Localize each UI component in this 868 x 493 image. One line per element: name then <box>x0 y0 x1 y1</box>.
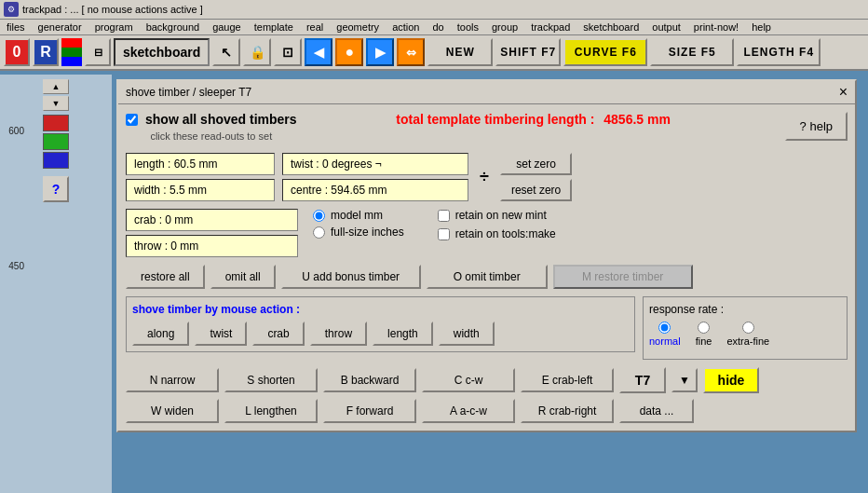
radio-col: model mm full-size inches <box>313 209 404 257</box>
btn-0[interactable]: 0 <box>4 38 30 66</box>
response-extra-fine-input[interactable] <box>742 322 754 334</box>
kbd-arrow-down-btn[interactable]: ▼ <box>671 368 698 392</box>
menu-template[interactable]: template <box>251 21 296 34</box>
kbd-l-lengthen-btn[interactable]: L lengthen <box>224 399 318 423</box>
menu-do[interactable]: do <box>429 21 446 34</box>
crab-field[interactable]: crab : 0 mm <box>126 209 298 231</box>
menu-geometry[interactable]: geometry <box>333 21 382 34</box>
menu-files[interactable]: files <box>4 21 28 34</box>
kbd-w-widen-btn[interactable]: W widen <box>126 399 219 423</box>
options-row: crab : 0 mm throw : 0 mm model mm full-s… <box>126 209 848 257</box>
response-fine-input[interactable] <box>698 322 710 334</box>
kbd-e-crableft-btn[interactable]: E crab-left <box>521 368 614 392</box>
shove-width-btn[interactable]: width <box>439 322 495 346</box>
check-retain-tools-make-input[interactable] <box>438 228 450 240</box>
kbd-t7-btn[interactable]: T7 <box>619 367 666 393</box>
u-add-btn[interactable]: U add bonus timber <box>281 265 421 289</box>
check-col: retain on new mint retain on tools:make <box>438 209 556 257</box>
menu-real[interactable]: real <box>304 21 326 34</box>
kbd-f-forward-btn[interactable]: F forward <box>323 399 416 423</box>
show-all-checkbox[interactable] <box>126 114 138 126</box>
left-fields: length : 60.5 mm width : 5.5 mm <box>126 153 275 201</box>
shift-f7-btn[interactable]: SHIFT F7 <box>495 38 561 66</box>
kbd-hide-btn[interactable]: hide <box>703 367 759 393</box>
back-btn[interactable]: ◀ <box>305 38 332 66</box>
menu-print-now[interactable]: print-now! <box>691 21 741 34</box>
question-btn[interactable]: ? <box>43 176 69 202</box>
kbd-row-2: W widen L lengthen F forward A a-c-w R c… <box>126 399 848 423</box>
menu-sketchboard[interactable]: sketchboard <box>580 21 642 34</box>
kbd-section: N narrow S shorten B backward C c-w E cr… <box>126 367 848 423</box>
check-retain-new-mint-input[interactable] <box>438 210 450 222</box>
crab-throw-area: crab : 0 mm throw : 0 mm <box>126 209 298 257</box>
kbd-row-1: N narrow S shorten B backward C c-w E cr… <box>126 367 848 393</box>
shove-btns: along twist crab throw length width <box>132 322 629 346</box>
menu-gauge[interactable]: gauge <box>210 21 244 34</box>
kbd-n-narrow-btn[interactable]: N narrow <box>126 368 219 392</box>
split-btn[interactable]: ⇔ <box>397 38 425 66</box>
btn-r[interactable]: R <box>33 38 59 66</box>
menu-background[interactable]: background <box>143 21 203 34</box>
curve-f6-btn[interactable]: CURVE F6 <box>563 38 647 66</box>
help-btn[interactable]: ? help <box>785 112 848 141</box>
color-green-btn[interactable] <box>43 133 69 150</box>
shove-twist-btn[interactable]: twist <box>195 322 247 346</box>
btn-screen[interactable]: ⊟ <box>85 38 111 66</box>
kbd-a-acw-btn[interactable]: A a-c-w <box>422 399 515 423</box>
dialog-close-btn[interactable]: × <box>839 84 848 101</box>
shove-along-btn[interactable]: along <box>132 322 189 346</box>
title-text: trackpad : ... [ no mouse actions active… <box>22 4 203 15</box>
kbd-b-backward-btn[interactable]: B backward <box>323 368 416 392</box>
length-f4-btn[interactable]: LENGTH F4 <box>737 38 821 66</box>
menu-bar: files generator program background gauge… <box>0 20 868 35</box>
radio-model-mm-input[interactable] <box>313 210 325 222</box>
color-blue-btn[interactable] <box>43 152 69 169</box>
new-btn[interactable]: NEW <box>427 38 493 66</box>
dialog-body: show all shoved timbers click these read… <box>118 104 855 431</box>
lock-btn[interactable]: 🔒 <box>243 38 271 66</box>
o-omit-btn[interactable]: O omit timber <box>427 265 548 289</box>
menu-output[interactable]: output <box>649 21 684 34</box>
kbd-r-crabright-btn[interactable]: R crab-right <box>521 399 614 423</box>
reset-zero-btn[interactable]: reset zero <box>500 179 572 201</box>
shove-crab-btn[interactable]: crab <box>252 322 304 346</box>
centre-field[interactable]: centre : 594.65 mm <box>282 179 468 201</box>
menu-trackpad[interactable]: trackpad <box>528 21 573 34</box>
menu-group[interactable]: group <box>489 21 521 34</box>
twist-field[interactable]: twist : 0 degrees ¬ <box>282 153 468 175</box>
menu-tools[interactable]: tools <box>454 21 481 34</box>
m-restore-btn[interactable]: M restore timber <box>553 265 693 289</box>
kbd-data-btn[interactable]: data ... <box>619 399 694 423</box>
menu-action[interactable]: action <box>389 21 422 34</box>
flag-icon[interactable] <box>61 38 82 66</box>
set-zero-btn[interactable]: set zero <box>500 153 572 175</box>
mini-up-btn[interactable]: ▲ <box>43 79 69 94</box>
box-btn[interactable]: ⊡ <box>274 38 302 66</box>
throw-field[interactable]: throw : 0 mm <box>126 235 298 257</box>
shove-throw-btn[interactable]: throw <box>310 322 367 346</box>
width-field[interactable]: width : 5.5 mm <box>126 179 275 201</box>
color-red-btn[interactable] <box>43 115 69 131</box>
omit-all-btn[interactable]: omit all <box>210 265 276 289</box>
kbd-s-shorten-btn[interactable]: S shorten <box>224 368 318 392</box>
response-normal-input[interactable] <box>658 322 671 334</box>
shove-length-btn[interactable]: length <box>373 322 433 346</box>
radio-fullsize-input[interactable] <box>313 226 325 239</box>
fwd-btn[interactable]: ▶ <box>366 38 394 66</box>
mini-buttons: ▲ ▼ <box>43 79 69 111</box>
help-area: ? help <box>785 112 848 141</box>
show-all-label: show all shoved timbers <box>145 112 297 127</box>
title-bar: ⚙ trackpad : ... [ no mouse actions acti… <box>0 0 868 20</box>
restore-all-btn[interactable]: restore all <box>126 265 205 289</box>
sketchboard-label: sketchboard <box>114 38 210 66</box>
mini-down-btn[interactable]: ▼ <box>43 96 69 111</box>
menu-program[interactable]: program <box>92 21 136 34</box>
size-f5-btn[interactable]: SIZE F5 <box>650 38 734 66</box>
length-field[interactable]: length : 60.5 mm <box>126 153 275 175</box>
menu-generator[interactable]: generator <box>35 21 85 34</box>
dot-btn[interactable]: ● <box>335 38 363 66</box>
kbd-c-cw-btn[interactable]: C c-w <box>422 368 515 392</box>
menu-help[interactable]: help <box>749 21 774 34</box>
click-hint: click these read-outs to set <box>126 130 297 142</box>
cursor-btn[interactable]: ↖ <box>212 38 240 66</box>
